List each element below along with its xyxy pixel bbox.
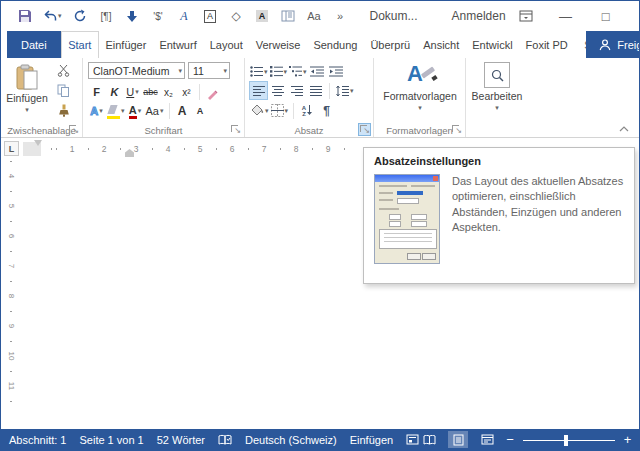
highlight-dropdown-icon[interactable]: ▾	[121, 103, 125, 118]
save-icon[interactable]	[17, 8, 32, 24]
redo-button[interactable]	[73, 8, 88, 24]
styles-dialog-launcher[interactable]: ↘	[451, 124, 462, 135]
web-layout-button[interactable]	[477, 431, 497, 448]
paragraph-dialog-launcher[interactable]: ↘	[359, 124, 370, 135]
print-layout-button[interactable]	[448, 431, 468, 448]
text-effects-button[interactable]: A▾	[88, 102, 105, 119]
copy-button[interactable]	[53, 82, 73, 99]
underline-button[interactable]: U▾	[124, 83, 141, 100]
tell-me-box[interactable]: Sie wünsc	[574, 31, 586, 58]
ribbon-display-options-icon[interactable]	[506, 2, 546, 30]
status-word-count[interactable]: 52 Wörter	[157, 434, 205, 446]
borders-dropdown-icon[interactable]: ▾	[285, 107, 289, 115]
multilevel-list-button[interactable]: ▾	[289, 63, 307, 80]
change-case-dropdown-icon[interactable]: ▾	[160, 103, 164, 118]
status-insert-mode[interactable]: Einfügen	[350, 434, 393, 446]
tab-layout[interactable]: Layout	[203, 31, 249, 58]
tab-entwicklertools[interactable]: Entwickl	[466, 31, 519, 58]
clipboard-dialog-launcher[interactable]: ↘	[68, 124, 79, 135]
line-spacing-button[interactable]: ▾	[335, 82, 354, 99]
first-line-indent-marker[interactable]	[34, 140, 42, 146]
character-border-icon[interactable]: A	[203, 8, 218, 24]
tab-sendungen[interactable]: Sendung	[307, 31, 364, 58]
numbering-button[interactable]: ▾	[270, 63, 288, 80]
change-case-icon[interactable]: Aa	[307, 8, 322, 24]
status-page[interactable]: Seite 1 von 1	[79, 434, 143, 446]
superscript-button[interactable]: x²	[178, 83, 195, 100]
share-button[interactable]: Freigeben	[586, 31, 640, 58]
macro-record-icon[interactable]	[406, 434, 419, 445]
tab-verweise[interactable]: Verweise	[249, 31, 307, 58]
font-name-combobox[interactable]: ClanOT-Medium ▾	[88, 62, 185, 79]
underline-dropdown-icon[interactable]: ▾	[135, 84, 139, 99]
zoom-in-button[interactable]: +	[624, 433, 632, 446]
bullets-dropdown-icon[interactable]: ▾	[264, 68, 268, 76]
styles-dropdown-icon[interactable]: ▾	[418, 104, 422, 112]
align-left-button[interactable]	[250, 82, 267, 99]
zoom-slider[interactable]	[523, 434, 615, 446]
borders-button[interactable]: ▾	[271, 102, 289, 119]
line-spacing-dropdown-icon[interactable]: ▾	[350, 87, 354, 95]
status-language[interactable]: Deutsch (Schweiz)	[245, 434, 337, 446]
highlight-button[interactable]: ▾	[106, 102, 126, 119]
subscript-button[interactable]: x₂	[160, 83, 177, 100]
show-formatting-marks-button[interactable]: ¶	[318, 102, 335, 119]
editing-dropdown-icon[interactable]: ▾	[495, 104, 499, 112]
font-color-button[interactable]: A▾	[127, 102, 144, 119]
tab-start[interactable]: Start	[61, 31, 99, 59]
close-button[interactable]: ✕	[626, 2, 640, 30]
shrink-font-button[interactable]: A	[192, 102, 209, 119]
change-case-button[interactable]: Aa▾	[145, 102, 165, 119]
align-right-button[interactable]	[288, 82, 305, 99]
bold-button[interactable]: F	[88, 83, 105, 100]
undo-dropdown-icon[interactable]: ▾	[58, 12, 62, 20]
paste-dropdown-icon[interactable]: ▾	[25, 106, 29, 114]
sign-in-link[interactable]: Anmelden	[452, 9, 506, 23]
tab-foxit-pdf[interactable]: Foxit PD	[519, 31, 574, 58]
vertical-ruler[interactable]: 4 5 6 7 8 9 10 11	[4, 159, 18, 429]
minimize-button[interactable]: —	[546, 2, 586, 30]
collapse-ribbon-icon[interactable]	[619, 125, 629, 133]
editing-button[interactable]: Bearbeiten ▾	[466, 58, 528, 118]
font-name-dropdown-icon[interactable]: ▾	[178, 67, 182, 75]
qat-overflow-icon[interactable]: »	[333, 8, 348, 24]
status-section[interactable]: Abschnitt: 1	[9, 434, 66, 446]
strikethrough-button[interactable]: abc	[142, 83, 159, 100]
text-effects-dropdown-icon[interactable]: ▾	[99, 103, 103, 118]
shading-button[interactable]: ▾	[250, 102, 269, 119]
tab-stop-selector[interactable]: L	[4, 141, 19, 156]
font-color-dropdown-icon[interactable]: ▾	[138, 103, 142, 118]
tab-ansicht[interactable]: Ansicht	[417, 31, 466, 58]
currency-field-icon[interactable]: '$'	[151, 8, 166, 24]
font-size-combobox[interactable]: 11 ▾	[188, 62, 230, 79]
styles-button[interactable]: A Formatvorlagen ▾	[374, 58, 466, 118]
font-dialog-launcher[interactable]: ↘	[230, 124, 241, 135]
tab-ueberpruefen[interactable]: Überprü	[364, 31, 417, 58]
bullets-button[interactable]: ▾	[250, 63, 268, 80]
align-center-button[interactable]	[269, 82, 286, 99]
maximize-button[interactable]: □	[586, 2, 626, 30]
zoom-out-button[interactable]: −	[506, 433, 514, 446]
booklet-icon[interactable]	[281, 8, 296, 24]
paste-button[interactable]: Einfügen ▾	[5, 60, 49, 120]
multilevel-dropdown-icon[interactable]: ▾	[303, 68, 307, 76]
formatting-marks-icon[interactable]: [¶]	[99, 8, 114, 24]
grow-font-button[interactable]: A	[174, 102, 191, 119]
paint-bucket-icon[interactable]: ◇	[229, 8, 244, 24]
cut-button[interactable]	[53, 62, 73, 79]
undo-button[interactable]: ▾	[43, 8, 62, 24]
justify-button[interactable]	[307, 82, 324, 99]
sort-button[interactable]: AZ	[299, 102, 316, 119]
numbering-dropdown-icon[interactable]: ▾	[284, 68, 288, 76]
zoom-slider-thumb[interactable]	[564, 435, 568, 446]
character-shading-icon[interactable]: A	[255, 8, 270, 24]
format-painter-button[interactable]	[53, 102, 73, 119]
tab-file[interactable]: Datei	[7, 31, 61, 58]
tab-entwurf[interactable]: Entwurf	[153, 31, 203, 58]
spellcheck-icon[interactable]	[218, 434, 232, 446]
italic-button[interactable]: K	[106, 83, 123, 100]
shading-dropdown-icon[interactable]: ▾	[265, 107, 269, 115]
decrease-indent-button[interactable]	[309, 63, 326, 80]
font-size-dropdown-icon[interactable]: ▾	[223, 67, 227, 75]
tab-einfuegen[interactable]: Einfüger	[99, 31, 153, 58]
